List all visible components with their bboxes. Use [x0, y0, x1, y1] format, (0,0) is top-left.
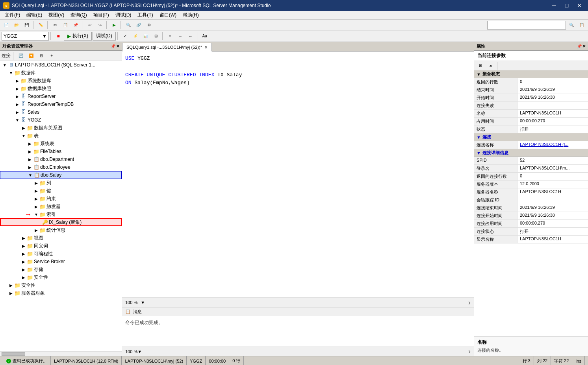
tree-diagrams-node[interactable]: ▶ 📁 数据库关系图 [0, 124, 122, 132]
grid-btn[interactable]: ⊞ [151, 32, 161, 41]
prop-btn[interactable]: 📋 [577, 21, 586, 29]
close-button[interactable]: ✕ [574, 0, 585, 11]
storage-toggle[interactable]: ▶ [20, 266, 27, 273]
dept-toggle[interactable]: ▶ [27, 156, 33, 162]
menu-window[interactable]: 窗口(W) [156, 11, 180, 19]
tree-reportserver-node[interactable]: ▶ 🗄 ReportServer [0, 92, 122, 100]
tree-filetables-node[interactable]: ▶ 📁 FileTables [0, 147, 122, 155]
tree-tables-node[interactable]: ▼ 📁 表 [0, 132, 122, 140]
paste-btn[interactable]: 📌 [71, 21, 80, 29]
check-btn[interactable]: ✓ [121, 32, 130, 41]
servicebroker-toggle[interactable]: ▶ [20, 258, 27, 265]
tree-systemdbs-node[interactable]: ▶ 📁 系统数据库 [0, 77, 122, 85]
results-btn[interactable]: 📊 [141, 32, 150, 41]
scroll-right-btn2[interactable]: › [468, 347, 471, 356]
tree-security-sub-node[interactable]: ▶ 📁 安全性 [0, 273, 122, 281]
systemdbs-toggle[interactable]: ▶ [14, 77, 20, 84]
security-sub-toggle[interactable]: ▶ [20, 274, 27, 280]
tree-index-item-node[interactable]: 🔑 IX_Salay (聚集) [0, 218, 122, 226]
prop-connname-value[interactable]: LAPTOP-N3SLOC1H (l... [518, 141, 588, 149]
save-btn[interactable]: 💾 [22, 21, 32, 29]
refresh-btn[interactable]: 🔄 [16, 52, 26, 60]
synonyms-toggle[interactable]: ▶ [20, 243, 27, 249]
collapse-btn[interactable]: ⊟ [37, 52, 46, 60]
copy-btn[interactable]: 📋 [61, 21, 70, 29]
tree-security-main-node[interactable]: ▶ 📁 安全性 [0, 281, 122, 289]
security-main-toggle[interactable]: ▶ [8, 282, 14, 288]
diagrams-toggle[interactable]: ▶ [20, 125, 27, 131]
menu-debug[interactable]: 调试(D) [112, 11, 135, 19]
undo-btn[interactable]: ↩ [85, 21, 95, 29]
tree-servicebroker-node[interactable]: ▶ 📁 Service Broker [0, 258, 122, 265]
database-dropdown[interactable]: YGGZ ▼ [2, 32, 49, 41]
tree-hscroll[interactable] [0, 351, 122, 356]
execute-button[interactable]: ▶ 执行(X) [64, 32, 92, 41]
new-query-btn2[interactable]: ✏️ [36, 21, 46, 29]
tree-synonyms-node[interactable]: ▶ 📁 同义词 [0, 242, 122, 250]
triggers-toggle[interactable]: ▶ [33, 203, 39, 210]
comment-btn[interactable]: Aa [200, 32, 210, 41]
cut-btn[interactable]: ✂ [50, 21, 60, 29]
new-obj-btn[interactable]: + [47, 52, 56, 60]
employee-toggle[interactable]: ▶ [27, 164, 33, 170]
redo-btn[interactable]: ↪ [95, 21, 105, 29]
tree-keys-node[interactable]: ▶ 📁 键 [0, 187, 122, 195]
views-toggle[interactable]: ▶ [20, 235, 27, 241]
menu-view[interactable]: 视图(V) [45, 11, 67, 19]
menu-project[interactable]: 项目(P) [90, 11, 112, 19]
tree-employee-node[interactable]: ▶ 📋 dbo.Employee [0, 163, 122, 171]
prop-section-conndetail[interactable]: ▼ 连接详细信息 [474, 149, 588, 157]
maximize-button[interactable]: □ [561, 0, 572, 11]
server-toggle[interactable]: ▼ [2, 62, 8, 68]
tree-yggz-node[interactable]: ▼ 🗄 YGGZ [0, 116, 122, 124]
connect-btn[interactable]: 🔗 [134, 21, 143, 29]
tree-server-node[interactable]: ▼ 🖥 LAPTOP-N3SLOC1H (SQL Server 1... [0, 61, 122, 69]
indent-btn[interactable]: → [176, 32, 185, 41]
props-cat-btn[interactable]: Ξ [486, 61, 495, 70]
minimize-button[interactable]: ─ [549, 0, 560, 11]
pin-button[interactable]: 📌 [111, 44, 115, 48]
prop-section-conndetail-toggle[interactable]: ▼ [477, 151, 481, 155]
search-go-btn[interactable]: 🔍 [567, 21, 576, 29]
open-btn[interactable]: 📂 [12, 21, 21, 29]
props-close-button[interactable]: ✕ [582, 44, 586, 48]
tree-triggers-node[interactable]: ▶ 📁 触发器 [0, 203, 122, 210]
prop-section-conn-toggle[interactable]: ▼ [477, 135, 481, 140]
reportserver-toggle[interactable]: ▶ [14, 93, 20, 100]
menu-query[interactable]: 查询(Q) [67, 11, 90, 19]
tree-systemtables-node[interactable]: ▶ 📁 系统表 [0, 140, 122, 147]
prop-section-aggregate-toggle[interactable]: ▼ [477, 72, 481, 77]
tree-dbsnapshots-node[interactable]: ▶ 📁 数据库快照 [0, 85, 122, 92]
columns-toggle[interactable]: ▶ [33, 180, 39, 186]
tree-salay-node[interactable]: ▼ 📋 dbo.Salay [0, 171, 122, 179]
prop-section-conn[interactable]: ▼ 连接 [474, 133, 588, 141]
props-sort-btn[interactable]: ⊞ [476, 61, 485, 70]
menu-tools[interactable]: 工具(T) [134, 11, 156, 19]
run-btn[interactable]: ▶ [109, 21, 119, 29]
menu-file[interactable]: 文件(F) [2, 11, 23, 19]
new-query-btn[interactable]: 📄 [2, 21, 11, 29]
settings-btn[interactable]: ⚙ [144, 21, 154, 29]
prog-toggle[interactable]: ▶ [20, 251, 27, 257]
sql-query-tab[interactable]: SQLQuery1.sql -...3SLOC1H\myj (52))* ✕ [122, 43, 212, 52]
sql-editor-area[interactable]: USE YGGZ CREATE UNIQUE CLUSTERED INDEX I… [122, 52, 474, 298]
tree-statistics-node[interactable]: ▶ 📁 统计信息 [0, 226, 122, 234]
tree-serverobjects-node[interactable]: ▶ 📁 服务器对象 [0, 289, 122, 297]
constraints-toggle[interactable]: ▶ [33, 195, 39, 202]
prop-section-aggregate[interactable]: ▼ 聚合状态 [474, 70, 588, 78]
indexes-toggle[interactable]: ▼ [33, 211, 39, 218]
databases-toggle[interactable]: ▼ [8, 70, 14, 76]
format-btn[interactable]: ≡ [165, 32, 175, 41]
filter-btn[interactable]: 🔽 [26, 52, 36, 60]
salay-toggle[interactable]: ▼ [27, 172, 33, 178]
tree-prog-node[interactable]: ▶ 📁 可编程性 [0, 250, 122, 258]
statistics-toggle[interactable]: ▶ [33, 227, 39, 233]
tree-reportservertempdb-node[interactable]: ▶ 🗄 ReportServerTempDB [0, 100, 122, 108]
close-panel-button[interactable]: ✕ [116, 44, 119, 48]
parse-btn[interactable]: ⚡ [131, 32, 140, 41]
reportservertempdb-toggle[interactable]: ▶ [14, 101, 20, 107]
tree-databases-node[interactable]: ▼ 📁 数据库 [0, 69, 122, 77]
menu-help[interactable]: 帮助(H) [180, 11, 202, 19]
keys-toggle[interactable]: ▶ [33, 188, 39, 194]
serverobjects-toggle[interactable]: ▶ [8, 290, 14, 296]
